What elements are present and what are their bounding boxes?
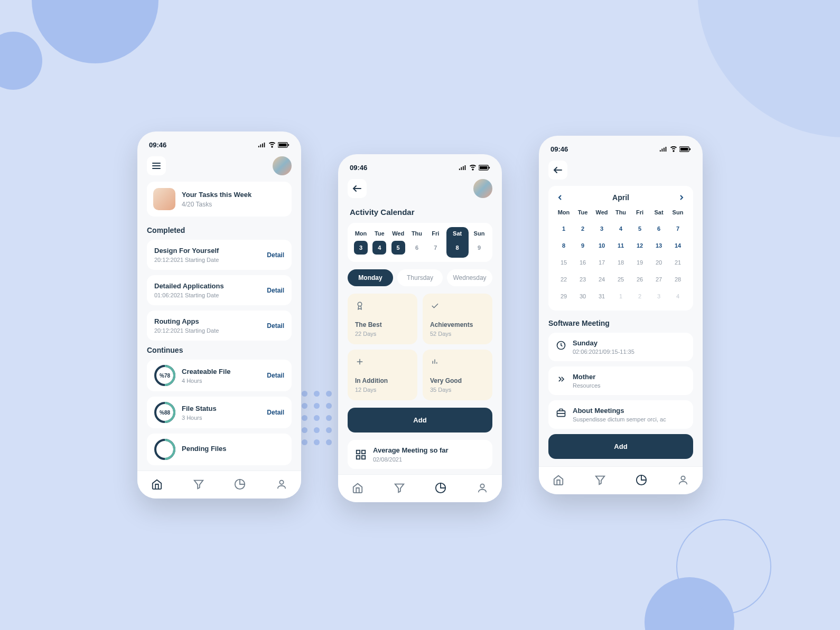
- calendar-day[interactable]: 7: [670, 222, 686, 236]
- avatar[interactable]: [473, 179, 492, 198]
- calendar-day[interactable]: 12: [632, 239, 648, 252]
- calendar-day[interactable]: 21: [670, 256, 686, 269]
- day-number: 3: [354, 241, 368, 255]
- nav-home-icon[interactable]: [151, 478, 163, 490]
- meeting-card[interactable]: MotherResources: [548, 366, 693, 395]
- day-column[interactable]: Sun9: [472, 230, 486, 255]
- day-pill[interactable]: Wednesday: [447, 269, 492, 286]
- calendar-day[interactable]: 2: [575, 222, 591, 236]
- calendar-day[interactable]: 28: [670, 272, 686, 286]
- task-card[interactable]: Routing Apps20:12:2021 Starting DateDeta…: [147, 311, 292, 341]
- add-button[interactable]: Add: [348, 408, 492, 432]
- tile-sub: 12 Days: [355, 387, 410, 393]
- day-column[interactable]: Wed5: [391, 230, 405, 255]
- nav-filter-icon[interactable]: [394, 482, 405, 494]
- calendar-day[interactable]: 19: [632, 256, 648, 269]
- clock: 09:46: [350, 164, 367, 172]
- nav-filter-icon[interactable]: [193, 478, 204, 490]
- task-title: Pending Files: [182, 445, 284, 453]
- day-number: 5: [391, 241, 405, 255]
- progress-card[interactable]: %88File Status3 HoursDetail: [147, 397, 292, 428]
- calendar-day[interactable]: 8: [556, 239, 572, 252]
- nav-chart-icon[interactable]: [234, 478, 246, 490]
- day-label: Wed: [392, 230, 404, 237]
- calendar-day[interactable]: 3: [594, 222, 610, 236]
- calendar-day[interactable]: 29: [556, 289, 572, 303]
- calendar-day[interactable]: 30: [575, 289, 591, 303]
- detail-link[interactable]: Detail: [267, 287, 284, 294]
- calendar-day[interactable]: 27: [651, 272, 667, 286]
- add-button[interactable]: Add: [548, 434, 693, 459]
- stat-tile[interactable]: Achievements52 Days: [423, 294, 492, 344]
- svg-rect-15: [689, 148, 690, 151]
- calendar-day[interactable]: 9: [575, 239, 591, 252]
- detail-link[interactable]: Detail: [267, 372, 284, 379]
- detail-link[interactable]: Detail: [267, 409, 284, 416]
- day-column[interactable]: Mon3: [354, 230, 368, 255]
- avatar[interactable]: [273, 156, 292, 175]
- calendar-day[interactable]: 1: [613, 289, 629, 303]
- stat-tile[interactable]: Very Good35 Days: [423, 350, 492, 400]
- day-column[interactable]: Sat8: [446, 227, 469, 258]
- calendar-day[interactable]: 15: [556, 256, 572, 269]
- average-card[interactable]: Average Meeting so far 02/08/2021: [348, 440, 492, 469]
- calendar-day[interactable]: 6: [651, 222, 667, 236]
- calendar-day[interactable]: 24: [594, 272, 610, 286]
- calendar-day[interactable]: 16: [575, 256, 591, 269]
- meeting-card[interactable]: Sunday02:06:2021/09:15-11:35: [548, 333, 693, 361]
- nav-filter-icon[interactable]: [594, 474, 606, 486]
- tasks-banner[interactable]: Your Tasks this Week 4/20 Tasks: [147, 182, 292, 217]
- day-column[interactable]: Thu6: [410, 230, 424, 255]
- back-button[interactable]: [348, 179, 367, 198]
- arrow-left-icon: [553, 166, 563, 174]
- day-label: Mon: [355, 230, 367, 237]
- calendar-day[interactable]: 4: [670, 289, 686, 303]
- nav-profile-icon[interactable]: [477, 482, 488, 494]
- nav-chart-icon[interactable]: [636, 474, 647, 486]
- calendar-day[interactable]: 13: [651, 239, 667, 252]
- day-column[interactable]: Fri7: [428, 230, 442, 255]
- svg-point-7: [358, 302, 362, 306]
- nav-profile-icon[interactable]: [276, 478, 287, 490]
- day-column[interactable]: Tue4: [372, 230, 386, 255]
- progress-card[interactable]: %78Createable File4 HoursDetail: [147, 360, 292, 391]
- banner-title: Your Tasks this Week: [182, 191, 251, 199]
- calendar-day[interactable]: 3: [651, 289, 667, 303]
- task-card[interactable]: Detailed Applications01:06:2021 Starting…: [147, 275, 292, 305]
- calendar-day[interactable]: 31: [594, 289, 610, 303]
- calendar-day[interactable]: 5: [632, 222, 648, 236]
- prev-month-icon[interactable]: [556, 193, 564, 202]
- calendar-day[interactable]: 10: [594, 239, 610, 252]
- calendar-day[interactable]: 2: [632, 289, 648, 303]
- detail-link[interactable]: Detail: [267, 322, 284, 330]
- calendar-day[interactable]: 26: [632, 272, 648, 286]
- meeting-sub: 02:06:2021/09:15-11:35: [573, 349, 634, 355]
- calendar-day[interactable]: 1: [556, 222, 572, 236]
- nav-home-icon[interactable]: [553, 474, 564, 486]
- calendar-day[interactable]: 14: [670, 239, 686, 252]
- calendar-day[interactable]: 17: [594, 256, 610, 269]
- nav-profile-icon[interactable]: [677, 474, 689, 486]
- meeting-card[interactable]: About MeetingsSuspendisse dictum semper …: [548, 400, 693, 429]
- detail-link[interactable]: Detail: [267, 251, 284, 259]
- calendar-day[interactable]: 25: [613, 272, 629, 286]
- calendar-day[interactable]: 23: [575, 272, 591, 286]
- nav-chart-icon[interactable]: [435, 482, 446, 494]
- calendar-day[interactable]: 11: [613, 239, 629, 252]
- back-button[interactable]: [548, 161, 567, 180]
- meeting-heading: Software Meeting: [548, 319, 693, 327]
- task-card[interactable]: Design For Yourself20:12:2021 Starting D…: [147, 240, 292, 270]
- stat-tile[interactable]: In Addition12 Days: [348, 350, 417, 400]
- day-pill[interactable]: Monday: [348, 269, 393, 286]
- next-month-icon[interactable]: [677, 193, 686, 202]
- calendar-day[interactable]: 18: [613, 256, 629, 269]
- calendar-day[interactable]: 20: [651, 256, 667, 269]
- calendar-day[interactable]: 4: [613, 222, 629, 236]
- stat-tile[interactable]: The Best22 Days: [348, 294, 417, 344]
- calendar-day[interactable]: 22: [556, 272, 572, 286]
- menu-button[interactable]: [147, 156, 166, 175]
- progress-card[interactable]: Pending Files: [147, 434, 292, 465]
- day-pill[interactable]: Thursday: [397, 269, 443, 286]
- svg-rect-6: [489, 167, 490, 169]
- nav-home-icon[interactable]: [352, 482, 363, 494]
